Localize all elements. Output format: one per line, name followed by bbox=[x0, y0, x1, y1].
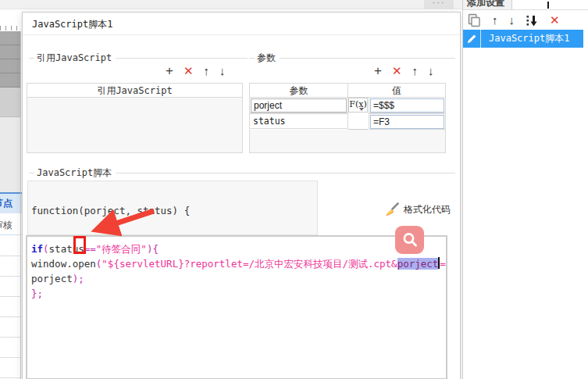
params-group-label: 参数 bbox=[257, 52, 276, 65]
sidebar-header-label: 添加设置 bbox=[467, 0, 504, 9]
code-token-st: ="+ bbox=[440, 258, 447, 270]
background-grid bbox=[0, 236, 21, 379]
ref-js-group-label: 引用JavaScript bbox=[37, 52, 112, 65]
brush-icon bbox=[384, 202, 399, 217]
background-cell-text: 审核 bbox=[0, 215, 12, 235]
param-value-input[interactable]: =F3 bbox=[370, 115, 444, 129]
code-token-kw: if bbox=[31, 243, 43, 255]
function-signature-box: function(porject, status) { bbox=[27, 181, 318, 235]
background-cell: 审核 bbox=[0, 215, 22, 235]
ref-js-table-header: 引用JavaScript bbox=[27, 83, 243, 98]
sidebar-item-javascript[interactable]: JavaScript脚本1 bbox=[463, 30, 583, 48]
formula-fx-button[interactable]: F(x) bbox=[348, 98, 368, 113]
move-up-icon[interactable]: ↑ bbox=[412, 64, 419, 78]
format-code-label: 格式化代码 bbox=[404, 203, 451, 216]
move-up-icon[interactable]: ↑ bbox=[204, 64, 210, 78]
row-header-block bbox=[0, 31, 20, 88]
delete-icon[interactable]: ✕ bbox=[184, 64, 194, 78]
magnifier-icon bbox=[401, 231, 419, 249]
sidebar-header: 添加设置 bbox=[463, 0, 588, 10]
code-token-pu: == bbox=[84, 243, 96, 255]
delete-icon[interactable]: ✕ bbox=[392, 64, 402, 78]
param-value-input[interactable]: =$$$ bbox=[370, 98, 444, 113]
ref-js-table-body[interactable] bbox=[27, 98, 243, 153]
code-token-pu: ( bbox=[43, 243, 49, 255]
code-token-pl: porject bbox=[31, 273, 73, 284]
params-col-value-header: 值 bbox=[347, 83, 446, 98]
move-up-icon[interactable]: ↑ bbox=[492, 13, 498, 27]
search-button[interactable] bbox=[395, 226, 424, 254]
param-name-cell[interactable]: status bbox=[249, 113, 348, 129]
code-token-pu: ){ bbox=[147, 243, 159, 255]
sidebar-header-field[interactable] bbox=[511, 0, 588, 10]
background-top-strip: ··· bbox=[0, 0, 462, 9]
code-token-pu: ); bbox=[73, 273, 84, 284]
code-token-st: "待签合同" bbox=[96, 243, 147, 255]
background-spreadsheet: 节点 审核 bbox=[0, 9, 22, 379]
add-icon[interactable]: + bbox=[374, 64, 382, 78]
ref-js-toolbar: + ✕ ↑ ↓ bbox=[166, 64, 226, 78]
move-down-icon[interactable]: ↓ bbox=[509, 13, 515, 27]
row-header-block bbox=[0, 88, 20, 117]
params-col-name-header: 参数 bbox=[249, 83, 348, 98]
edit-pencil-icon[interactable] bbox=[463, 30, 481, 48]
param-row: porject bbox=[249, 97, 348, 113]
param-value-cell: =$$$ bbox=[369, 97, 446, 113]
group-line bbox=[116, 173, 455, 173]
screen: ··· 节点 审核 JavaScript脚本1 引用JavaScript + ✕… bbox=[0, 0, 588, 379]
move-down-icon[interactable]: ↓ bbox=[219, 64, 226, 78]
divider bbox=[23, 34, 460, 35]
fx-label: F(x) bbox=[349, 99, 366, 109]
fx-dropdown-arrow-icon bbox=[359, 108, 364, 111]
events-sidebar: 添加设置 ↑ ↓ ✕ bbox=[462, 0, 588, 379]
params-table-body[interactable] bbox=[249, 130, 446, 153]
collapse-ellipsis-button[interactable]: ··· bbox=[424, 0, 454, 9]
background-cell-text: 节点 bbox=[0, 194, 12, 213]
code-token-pl: window.open bbox=[31, 258, 96, 270]
script-group-header: JavaScript脚本 bbox=[29, 166, 455, 180]
annotation-red-box bbox=[73, 236, 86, 254]
param-name-input[interactable]: porject bbox=[251, 98, 347, 113]
param-value-cell: =F3 bbox=[369, 113, 446, 130]
group-line bbox=[116, 58, 248, 59]
ruler bbox=[0, 26, 20, 30]
grid-line bbox=[20, 31, 21, 379]
background-cell-selected: 节点 bbox=[0, 192, 22, 213]
code-token-st: "${servletURL}?reportlet=/北京中宏安科技项目/测试.c… bbox=[102, 258, 397, 270]
delete-icon[interactable]: ✕ bbox=[550, 13, 560, 27]
code-token-sel: porject bbox=[397, 258, 439, 270]
group-line bbox=[280, 58, 455, 59]
ref-js-group-header: 引用JavaScript bbox=[29, 52, 248, 65]
params-toolbar: + ✕ ↑ ↓ bbox=[374, 64, 434, 78]
copy-icon[interactable] bbox=[468, 13, 481, 27]
sidebar-toolbar: ↑ ↓ ✕ bbox=[468, 13, 560, 28]
move-down-icon[interactable]: ↓ bbox=[428, 64, 434, 78]
row-header-block bbox=[0, 117, 20, 192]
sidebar-item-label: JavaScript脚本1 bbox=[481, 30, 569, 48]
add-icon[interactable]: + bbox=[166, 64, 173, 78]
code-editor[interactable]: if(status=="待签合同"){window.open("${servle… bbox=[26, 235, 447, 379]
text-caret bbox=[547, 2, 549, 9]
javascript-editor-dialog: JavaScript脚本1 引用JavaScript + ✕ ↑ ↓ 引用Jav… bbox=[22, 12, 461, 379]
params-group-header: 参数 bbox=[249, 52, 455, 65]
script-group-label: JavaScript脚本 bbox=[37, 166, 112, 180]
function-signature: function(porject, status) { bbox=[31, 205, 190, 216]
code-token-pu: }; bbox=[31, 288, 43, 299]
move-to-bottom-icon[interactable] bbox=[526, 14, 539, 27]
format-code-button[interactable]: 格式化代码 bbox=[384, 202, 451, 217]
dialog-title: JavaScript脚本1 bbox=[32, 18, 112, 31]
